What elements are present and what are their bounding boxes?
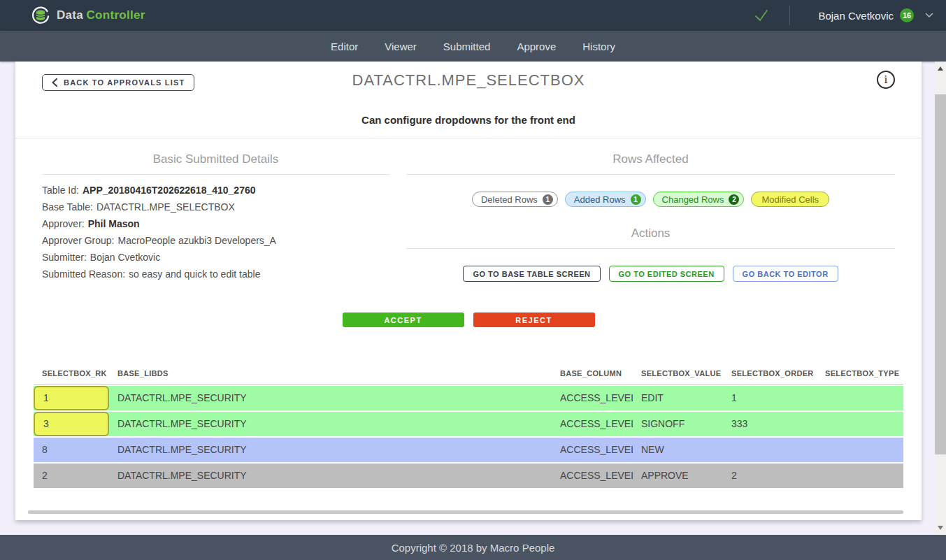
table-row[interactable]: 2 DATACTRL.MPE_SECURITY ACCESS_LEVEL APP… [34, 464, 903, 488]
col-base-libds: BASE_LIBDS [109, 369, 552, 378]
notification-badge[interactable]: 16 [900, 8, 914, 22]
chevron-left-icon [52, 78, 57, 87]
table-description: Can configure dropdowns for the front en… [15, 114, 922, 126]
app-header: Data Controller Bojan Cvetkovic 16 [0, 0, 946, 31]
cell-selectbox-rk[interactable]: 1 [34, 386, 109, 410]
accept-button[interactable]: ACCEPT [343, 313, 464, 327]
cell-selectbox-order: 333 [723, 412, 817, 436]
rows-affected-section: Rows Affected Deleted Rows 1 Added Rows … [406, 152, 895, 282]
rows-affected-chips: Deleted Rows 1 Added Rows 1 Changed Rows… [406, 192, 895, 207]
cell-base-column: ACCESS_LEVEL [552, 438, 633, 462]
logo-word-controller: Controller [87, 8, 145, 22]
cell-selectbox-type [817, 464, 903, 488]
chip-modified-cells[interactable]: Modified Cells [751, 192, 829, 207]
cell-selectbox-rk: 2 [34, 464, 109, 488]
detail-approver-group: Approver Group:MacroPeople azukbi3 Devel… [42, 232, 389, 249]
deleted-rows-count: 1 [543, 194, 553, 205]
cell-base-column: ACCESS_LEVEL [552, 412, 633, 436]
cell-selectbox-order: 1 [723, 386, 817, 410]
cell-selectbox-type [817, 412, 903, 436]
cell-selectbox-order: 2 [723, 464, 817, 488]
scroll-down-arrow-icon[interactable] [938, 526, 943, 530]
detail-base-table: Base Table:DATACTRL.MPE_SELECTBOX [42, 199, 389, 215]
cell-base-column: ACCESS_LEVEL [552, 386, 633, 410]
back-to-approvals-button[interactable]: BACK TO APPROVALS LIST [42, 74, 194, 91]
cell-selectbox-value: NEW [633, 438, 723, 462]
table-row[interactable]: 1 DATACTRL.MPE_SECURITY ACCESS_LEVEL EDI… [34, 386, 903, 410]
details-heading: Basic Submitted Details [42, 152, 389, 166]
decision-buttons: ACCEPT REJECT [15, 313, 922, 327]
go-to-edited-screen-button[interactable]: GO TO EDITED SCREEN [609, 266, 724, 282]
card-topbar: BACK TO APPROVALS LIST DATACTRL.MPE_SELE… [42, 74, 895, 91]
cell-selectbox-type [817, 438, 903, 462]
content-area: BACK TO APPROVALS LIST DATACTRL.MPE_SELE… [0, 62, 946, 535]
vertical-scrollbar[interactable] [935, 62, 946, 535]
added-rows-count: 1 [631, 194, 641, 205]
back-button-label: BACK TO APPROVALS LIST [64, 78, 185, 87]
go-back-to-editor-button[interactable]: GO BACK TO EDITOR [733, 266, 838, 282]
cell-selectbox-value: EDIT [633, 386, 723, 410]
cell-selectbox-value: APPROVE [633, 464, 723, 488]
chip-added-rows[interactable]: Added Rows 1 [565, 192, 646, 207]
col-selectbox-type: SELECTBOX_TYPE [817, 369, 903, 378]
col-selectbox-value: SELECTBOX_VALUE [633, 369, 723, 378]
tab-history[interactable]: History [582, 41, 615, 52]
action-buttons: GO TO BASE TABLE SCREEN GO TO EDITED SCR… [406, 266, 895, 282]
user-name[interactable]: Bojan Cvetkovic [818, 10, 894, 22]
rows-affected-divider [406, 174, 895, 175]
cell-base-libds: DATACTRL.MPE_SECURITY [109, 438, 552, 462]
grid-header-row: SELECTBOX_RK BASE_LIBDS BASE_COLUMN SELE… [34, 369, 903, 385]
cell-selectbox-order [723, 438, 817, 462]
chip-deleted-rows[interactable]: Deleted Rows 1 [472, 192, 558, 207]
check-icon [753, 7, 770, 24]
cell-selectbox-rk: 8 [34, 438, 109, 462]
col-selectbox-order: SELECTBOX_ORDER [723, 369, 817, 378]
changed-rows-count: 2 [729, 194, 739, 205]
detail-approver: Approver:Phil Mason [42, 215, 389, 232]
rows-affected-heading: Rows Affected [406, 152, 895, 166]
col-selectbox-rk: SELECTBOX_RK [34, 369, 109, 378]
approval-card: BACK TO APPROVALS LIST DATACTRL.MPE_SELE… [15, 62, 922, 520]
cell-selectbox-rk[interactable]: 3 [34, 412, 109, 436]
go-to-base-table-button[interactable]: GO TO BASE TABLE SCREEN [463, 266, 600, 282]
chevron-down-icon[interactable] [925, 13, 933, 18]
tab-viewer[interactable]: Viewer [385, 41, 417, 52]
header-divider [789, 6, 790, 25]
tab-editor[interactable]: Editor [331, 41, 358, 52]
cell-selectbox-type [817, 386, 903, 410]
app-logo: Data Controller [31, 6, 145, 25]
scroll-up-arrow-icon[interactable] [938, 66, 943, 71]
cell-base-libds: DATACTRL.MPE_SECURITY [109, 386, 552, 410]
tab-approve[interactable]: Approve [517, 41, 556, 52]
cell-base-column: ACCESS_LEVEL [552, 464, 633, 488]
copyright-text: Copyright © 2018 by Macro People [392, 542, 555, 554]
horizontal-scrollbar[interactable] [28, 510, 903, 514]
cell-selectbox-value: SIGNOFF [633, 412, 723, 436]
details-section: Basic Submitted Details Table Id:APP_201… [15, 138, 922, 282]
app-footer: Copyright © 2018 by Macro People [0, 535, 946, 560]
cell-base-libds: DATACTRL.MPE_SECURITY [109, 412, 552, 436]
logo-word-data: Data [57, 8, 83, 22]
table-row[interactable]: 3 DATACTRL.MPE_SECURITY ACCESS_LEVEL SIG… [34, 412, 903, 436]
page: Data Controller Bojan Cvetkovic 16 Edito… [0, 0, 946, 560]
table-row[interactable]: 8 DATACTRL.MPE_SECURITY ACCESS_LEVEL NEW [34, 438, 903, 462]
chip-changed-rows[interactable]: Changed Rows 2 [653, 192, 745, 207]
actions-heading: Actions [406, 227, 895, 240]
basic-submitted-details: Basic Submitted Details Table Id:APP_201… [42, 152, 389, 282]
actions-divider [406, 248, 895, 249]
main-nav: Editor Viewer Submitted Approve History [0, 31, 946, 62]
user-area: Bojan Cvetkovic 16 [753, 6, 933, 25]
detail-submitter: Submitter:Bojan Cvetkovic [42, 249, 389, 266]
info-icon[interactable]: i [877, 71, 895, 89]
col-base-column: BASE_COLUMN [552, 369, 633, 378]
scrollbar-thumb[interactable] [935, 94, 946, 454]
detail-table-id: Table Id:APP_20180416T202622618_410_2760 [42, 182, 389, 199]
database-logo-icon [31, 6, 50, 25]
reject-button[interactable]: REJECT [473, 313, 595, 327]
tab-submitted[interactable]: Submitted [443, 41, 491, 52]
detail-submitted-reason: Submitted Reason:so easy and quick to ed… [42, 266, 389, 282]
cell-base-libds: DATACTRL.MPE_SECURITY [109, 464, 552, 488]
